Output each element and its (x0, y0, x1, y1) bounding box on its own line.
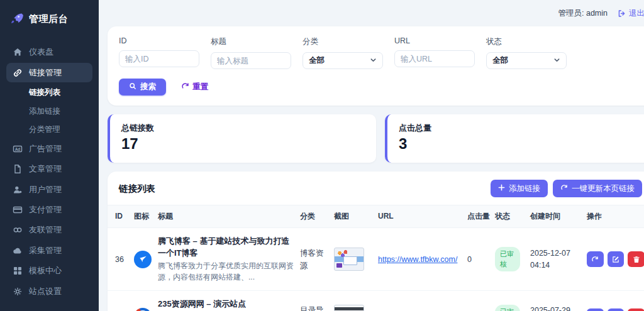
row-delete-button[interactable] (628, 308, 644, 311)
cell-created: 2025-12-07 04:14 (530, 248, 587, 271)
stat-card-total-links: 总链接数 17 (108, 114, 376, 163)
col-title: 标题 (158, 211, 300, 222)
cell-category: 目录导航 (300, 304, 334, 311)
sidebar-item-templates[interactable]: 模板中心 (6, 261, 92, 280)
col-id: ID (115, 211, 134, 222)
stat-card-total-clicks: 点击总量 3 (385, 114, 644, 163)
sidebar-item-users[interactable]: 用户管理 (6, 180, 92, 199)
home-icon (13, 47, 23, 57)
handshake-icon (13, 225, 23, 235)
sidebar-item-site-settings[interactable]: 站点设置 (6, 282, 92, 301)
gear-icon (13, 286, 23, 297)
sidebar-item-links[interactable]: 链接管理 (6, 63, 92, 82)
logout-icon (618, 9, 626, 18)
sidebar-item-label: 文章管理 (29, 163, 62, 175)
document-icon (13, 164, 23, 174)
sidebar-item-label: 仪表盘 (29, 46, 53, 58)
filter-panel: ID 标题 分类 全部 URL 状态 (108, 26, 644, 106)
col-category: 分类 (300, 211, 334, 222)
brand-title: 管理后台 (29, 13, 68, 25)
rocket-icon (9, 11, 24, 26)
stat-label: 点击总量 (399, 123, 642, 134)
ad-icon: Ad (13, 144, 23, 154)
site-favicon (134, 251, 152, 268)
field-label: URL (394, 36, 475, 45)
id-input[interactable] (119, 50, 199, 67)
stat-label: 总链接数 (121, 123, 365, 134)
row-edit-button[interactable] (608, 251, 625, 267)
sidebar-item-label: 站点设置 (29, 286, 62, 297)
stats-row: 总链接数 17 点击总量 3 (108, 114, 644, 163)
sidebar-item-articles[interactable]: 文章管理 (6, 160, 92, 178)
sidebar-item-dashboard[interactable]: 仪表盘 (6, 43, 92, 62)
reset-icon (181, 82, 189, 92)
filter-field-url: URL (394, 36, 475, 69)
credit-card-icon (13, 205, 23, 215)
sidebar-item-payments[interactable]: 支付管理 (6, 200, 92, 219)
sidebar-item-label: 采集管理 (29, 245, 62, 256)
sidebar-item-ads[interactable]: Ad 广告管理 (6, 139, 92, 158)
col-created: 创建时间 (530, 211, 587, 222)
sidebar-item-label: 模板中心 (29, 265, 62, 276)
filter-field-id: ID (119, 36, 199, 69)
bulk-update-button[interactable]: 一键更新本页链接 (553, 180, 642, 197)
chevron-down-icon (370, 57, 377, 65)
filter-field-category: 分类 全部 (303, 36, 383, 69)
sidebar-subitem-add-link[interactable]: 添加链接 (6, 102, 92, 121)
table-row: 35 1 235资源网网 – 演示站点 235资源网是一个专业的网络资源分享平台… (108, 291, 644, 311)
url-input[interactable] (394, 50, 475, 67)
category-select[interactable]: 全部 (303, 52, 383, 69)
filter-field-status: 状态 全部 (486, 36, 567, 69)
col-screenshot: 截图 (334, 211, 378, 222)
site-favicon: 1 (134, 308, 152, 311)
sidebar-item-collection[interactable]: 采集管理 (6, 241, 92, 260)
title-input[interactable] (211, 52, 291, 69)
row-refresh-button[interactable] (587, 251, 604, 267)
chevron-down-icon (553, 57, 560, 65)
user-icon (13, 185, 23, 195)
sidebar-item-label: 支付管理 (29, 204, 62, 216)
col-actions: 操作 (587, 211, 644, 222)
row-delete-button[interactable] (628, 251, 644, 267)
field-label: 标题 (211, 36, 291, 47)
stat-value: 3 (399, 135, 642, 153)
cloud-download-icon (13, 246, 23, 256)
sidebar-subitem-link-list[interactable]: 链接列表 (6, 84, 92, 102)
site-screenshot (334, 305, 364, 311)
brand: 管理后台 (6, 9, 92, 43)
status-select[interactable]: 全部 (486, 52, 567, 69)
table-title: 链接列表 (119, 183, 155, 195)
reset-button[interactable]: 重置 (181, 82, 208, 92)
cell-clicks: 0 (467, 255, 495, 264)
logout-button[interactable]: 退出 (618, 8, 644, 19)
sidebar-subitem-categories[interactable]: 分类管理 (6, 121, 92, 139)
link-description: 腾飞博客致力于分享优质实用的互联网资源，内容包括有网站搭建、... (158, 260, 295, 283)
link-title: 腾飞博客 – 基于建站技术与致力打造一个IT博客 (158, 236, 295, 259)
row-edit-button[interactable] (608, 308, 625, 311)
sidebar: 管理后台 仪表盘 链接管理 链接列表 添加链接 分类管理 Ad 广告管理 (0, 0, 99, 311)
svg-text:Ad: Ad (15, 146, 21, 151)
refresh-icon (560, 184, 568, 194)
field-label: 状态 (486, 36, 567, 47)
sidebar-item-label: 用户管理 (29, 184, 62, 195)
table-header: ID 图标 标题 分类 截图 URL 点击量 状态 创建时间 操作 (108, 205, 644, 228)
link-icon (13, 68, 23, 78)
main-content: 管理员: admin 退出 ID 标题 分类 全部 (99, 0, 644, 311)
site-screenshot (334, 248, 364, 271)
stat-value: 17 (121, 135, 365, 153)
link-table-panel: 链接列表 添加链接 一键更新本页链接 ID 图标 标题 (108, 172, 644, 311)
sidebar-item-label: 链接管理 (29, 67, 62, 79)
col-icon: 图标 (134, 211, 158, 222)
table-row: 36 腾飞博客 – 基于建站技术与致力打造一个IT博客 腾飞博客致力于分享优质实… (108, 228, 644, 292)
col-clicks: 点击量 (467, 211, 495, 222)
add-link-button[interactable]: 添加链接 (491, 180, 548, 197)
topbar: 管理员: admin 退出 (108, 5, 644, 21)
col-url: URL (378, 211, 467, 222)
cell-created: 2025-07-29 14:49 (530, 305, 587, 311)
search-button[interactable]: 搜索 (119, 79, 166, 95)
plus-icon (498, 184, 505, 193)
sidebar-item-friend-links[interactable]: 友联管理 (6, 221, 92, 239)
grid-icon (13, 266, 23, 276)
link-url[interactable]: https://www.tfbkw.com/ (378, 255, 457, 264)
row-refresh-button[interactable] (587, 308, 604, 311)
